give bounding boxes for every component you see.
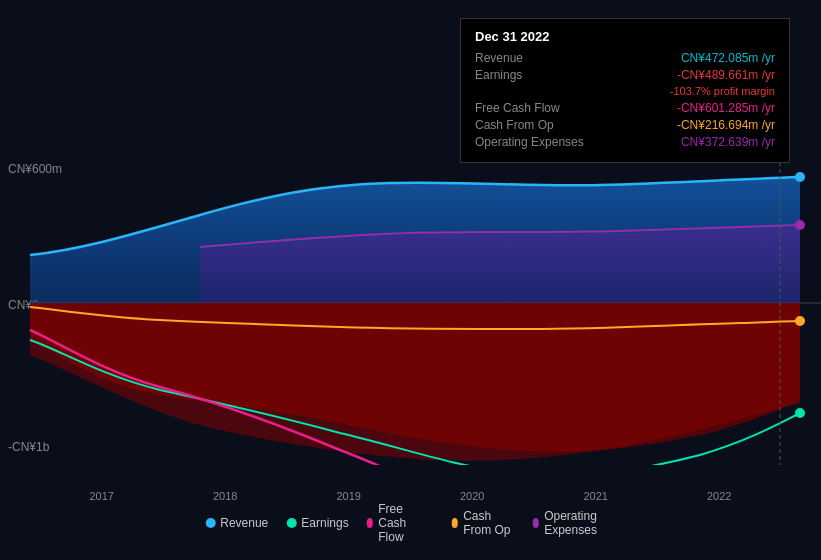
- x-label-2022: 2022: [707, 490, 731, 502]
- x-axis-labels: 2017 2018 2019 2020 2021 2022: [0, 490, 821, 502]
- earnings-dot: [795, 408, 805, 418]
- tooltip-row-opex: Operating Expenses CN¥372.639m /yr: [475, 135, 775, 149]
- legend-dot-opex: [533, 518, 540, 528]
- tooltip-label-revenue: Revenue: [475, 51, 523, 65]
- tooltip-value-earnings: -CN¥489.661m /yr: [677, 68, 775, 82]
- legend-dot-earnings: [286, 518, 296, 528]
- tooltip-value-revenue: CN¥472.085m /yr: [681, 51, 775, 65]
- legend-item-earnings: Earnings: [286, 516, 348, 530]
- x-label-2019: 2019: [337, 490, 361, 502]
- tooltip-value-opex: CN¥372.639m /yr: [681, 135, 775, 149]
- legend-dot-fcf: [367, 518, 374, 528]
- legend-label-cashop: Cash From Op: [463, 509, 514, 537]
- chart-container: Dec 31 2022 Revenue CN¥472.085m /yr Earn…: [0, 0, 821, 560]
- chart-area: [0, 155, 821, 465]
- opex-dot: [795, 220, 805, 230]
- legend-dot-revenue: [205, 518, 215, 528]
- legend-item-cashop: Cash From Op: [452, 509, 515, 537]
- legend-label-fcf: Free Cash Flow: [378, 502, 433, 544]
- legend-item-fcf: Free Cash Flow: [367, 502, 434, 544]
- legend-label-earnings: Earnings: [301, 516, 348, 530]
- legend-label-opex: Operating Expenses: [544, 509, 616, 537]
- chart-legend: Revenue Earnings Free Cash Flow Cash Fro…: [205, 502, 616, 544]
- chart-svg: [0, 155, 821, 465]
- tooltip-row-cashop: Cash From Op -CN¥216.694m /yr: [475, 118, 775, 132]
- tooltip-row-revenue: Revenue CN¥472.085m /yr: [475, 51, 775, 65]
- legend-dot-cashop: [452, 518, 459, 528]
- x-label-2020: 2020: [460, 490, 484, 502]
- tooltip-label-cashop: Cash From Op: [475, 118, 554, 132]
- legend-label-revenue: Revenue: [220, 516, 268, 530]
- x-label-2018: 2018: [213, 490, 237, 502]
- tooltip-label-earnings: Earnings: [475, 68, 522, 82]
- tooltip-value-fcf: -CN¥601.285m /yr: [677, 101, 775, 115]
- x-label-2017: 2017: [90, 490, 114, 502]
- cashop-dot: [795, 316, 805, 326]
- tooltip-value-cashop: -CN¥216.694m /yr: [677, 118, 775, 132]
- revenue-dot: [795, 172, 805, 182]
- tooltip-box: Dec 31 2022 Revenue CN¥472.085m /yr Earn…: [460, 18, 790, 163]
- legend-item-opex: Operating Expenses: [533, 509, 616, 537]
- tooltip-row-fcf: Free Cash Flow -CN¥601.285m /yr: [475, 101, 775, 115]
- tooltip-label-opex: Operating Expenses: [475, 135, 584, 149]
- tooltip-sub-profit-margin: -103.7% profit margin: [475, 85, 775, 97]
- tooltip-date: Dec 31 2022: [475, 29, 775, 44]
- x-label-2021: 2021: [584, 490, 608, 502]
- tooltip-sub-label: -103.7% profit margin: [670, 85, 775, 97]
- tooltip-row-earnings: Earnings -CN¥489.661m /yr: [475, 68, 775, 82]
- tooltip-label-fcf: Free Cash Flow: [475, 101, 560, 115]
- legend-item-revenue: Revenue: [205, 516, 268, 530]
